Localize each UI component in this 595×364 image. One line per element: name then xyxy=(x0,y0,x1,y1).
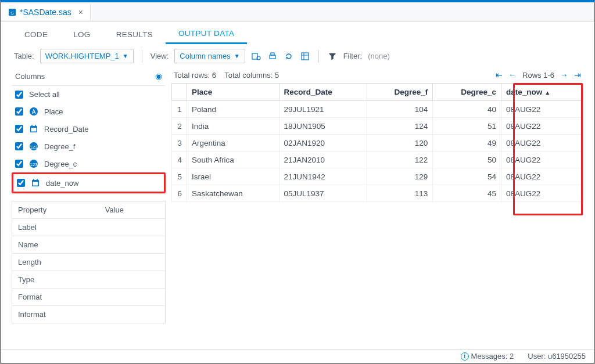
refresh-icon[interactable] xyxy=(284,51,294,62)
column-row-degree-f[interactable]: 123 Degree_f xyxy=(12,138,166,155)
select-all-row[interactable]: Select all xyxy=(12,86,166,103)
date-type-icon xyxy=(31,178,40,188)
cell-date-now: 08AUG22 xyxy=(501,101,583,118)
table-row[interactable]: 2India18JUN19051245108AUG22 xyxy=(172,118,583,135)
property-value xyxy=(99,236,166,254)
cell-degree-f: 129 xyxy=(367,168,433,185)
tab-output-data[interactable]: OUTPUT DATA xyxy=(166,23,247,44)
cell-record-date: 21JUN1942 xyxy=(279,168,367,185)
tab-results[interactable]: RESULTS xyxy=(103,24,166,44)
messages-label: Messages: 2 xyxy=(471,352,514,361)
svg-rect-21 xyxy=(33,179,34,181)
next-page-icon[interactable]: → xyxy=(560,70,568,80)
column-row-place[interactable]: A Place xyxy=(12,103,166,120)
select-all-checkbox[interactable] xyxy=(15,91,23,99)
table-row[interactable]: 4South Africa21JAN20101225008AUG22 xyxy=(172,152,583,168)
content-area: Columns ◉ Select all A Place Record_Date… xyxy=(1,69,594,323)
property-name: Informat xyxy=(12,306,99,323)
cell-degree-c: 50 xyxy=(433,152,501,168)
pager: ⇤ ← Rows 1-6 → ⇥ xyxy=(496,70,581,80)
property-value xyxy=(99,254,166,271)
row-number: 1 xyxy=(172,101,187,118)
prev-page-icon[interactable]: ← xyxy=(508,70,517,80)
export-icon[interactable] xyxy=(300,51,310,62)
select-all-label: Select all xyxy=(29,90,60,99)
rows-range: Rows 1-6 xyxy=(522,71,554,80)
column-row-record-date[interactable]: Record_Date xyxy=(12,120,166,138)
column-label: Degree_c xyxy=(44,160,77,168)
cell-record-date: 18JUN1905 xyxy=(279,118,367,135)
property-name: Type xyxy=(12,271,99,289)
columns-list: Select all A Place Record_Date 123 Degre… xyxy=(12,86,166,194)
table-row[interactable]: 5Israel21JUN19421295408AUG22 xyxy=(172,168,583,185)
messages-indicator[interactable]: i Messages: 2 xyxy=(461,352,514,361)
rownum-header xyxy=(172,84,187,101)
columns-header-label: Columns xyxy=(15,72,45,81)
sas-file-icon: S xyxy=(8,8,16,16)
column-checkbox[interactable] xyxy=(15,107,23,116)
header-place[interactable]: Place xyxy=(187,84,279,101)
column-checkbox[interactable] xyxy=(15,125,23,133)
svg-rect-14 xyxy=(35,125,36,127)
column-row-degree-c[interactable]: 123 Degree_c xyxy=(12,155,166,172)
cell-date-now: 08AUG22 xyxy=(501,118,583,135)
print-icon[interactable] xyxy=(267,51,278,62)
tab-code[interactable]: CODE xyxy=(12,24,60,44)
close-icon[interactable]: × xyxy=(75,8,83,17)
numeric-type-icon: 123 xyxy=(29,159,38,168)
cell-degree-f: 120 xyxy=(367,135,433,152)
user-label: User: u61950255 xyxy=(528,352,586,361)
numeric-type-icon: 123 xyxy=(29,142,38,151)
collapse-icon[interactable]: ◉ xyxy=(155,71,162,81)
column-row-date-now[interactable]: date_now xyxy=(12,172,166,193)
header-record-date[interactable]: Record_Date xyxy=(279,84,367,101)
view-label: View: xyxy=(150,52,169,60)
cell-date-now: 08AUG22 xyxy=(501,185,583,202)
cell-date-now: 08AUG22 xyxy=(501,168,583,185)
header-date-now[interactable]: date_now▲ xyxy=(501,84,583,101)
columns-panel: Columns ◉ Select all A Place Record_Date… xyxy=(12,69,166,323)
columns-header: Columns ◉ xyxy=(12,69,166,86)
last-page-icon[interactable]: ⇥ xyxy=(574,70,581,80)
info-icon: i xyxy=(461,352,469,361)
table-select[interactable]: WORK.HIGHTEMP_1 ▼ xyxy=(40,49,134,63)
first-page-icon[interactable]: ⇤ xyxy=(496,70,503,80)
property-row: Type xyxy=(12,271,166,289)
cell-date-now: 08AUG22 xyxy=(501,152,583,168)
file-tab[interactable]: S *SASDate.sas × xyxy=(1,4,91,20)
column-checkbox[interactable] xyxy=(15,142,23,150)
svg-text:S: S xyxy=(10,10,13,15)
status-bar: i Messages: 2 User: u61950255 xyxy=(1,349,594,363)
cell-date-now: 08AUG22 xyxy=(501,135,583,152)
property-name: Format xyxy=(12,289,99,306)
svg-rect-5 xyxy=(271,53,274,55)
filter-icon[interactable] xyxy=(327,51,338,62)
cell-degree-f: 124 xyxy=(367,118,433,135)
column-checkbox[interactable] xyxy=(15,160,23,168)
header-degree-c[interactable]: Degree_c xyxy=(433,84,501,101)
svg-rect-13 xyxy=(31,125,33,127)
svg-rect-22 xyxy=(37,179,38,181)
table-properties-icon[interactable] xyxy=(251,51,261,62)
cell-place: Saskatchewan xyxy=(187,185,279,202)
column-checkbox[interactable] xyxy=(17,179,25,187)
table-row[interactable]: 3Argentina02JAN19201204908AUG22 xyxy=(172,135,583,152)
cell-place: South Africa xyxy=(187,152,279,168)
row-number: 3 xyxy=(172,135,187,152)
header-degree-f[interactable]: Degree_f xyxy=(367,84,433,101)
data-header: Total rows: 6 Total columns: 5 ⇤ ← Rows … xyxy=(171,69,583,83)
table-row[interactable]: 1Poland29JUL19211044008AUG22 xyxy=(172,101,583,118)
row-number: 6 xyxy=(172,185,187,202)
view-select[interactable]: Column names ▼ xyxy=(174,49,245,63)
svg-text:123: 123 xyxy=(30,145,38,150)
cell-degree-f: 122 xyxy=(367,152,433,168)
cell-degree-c: 49 xyxy=(433,135,501,152)
cell-degree-c: 40 xyxy=(433,101,501,118)
property-value xyxy=(99,289,166,306)
svg-rect-6 xyxy=(302,53,309,60)
table-label: Table: xyxy=(14,52,34,60)
cell-degree-c: 54 xyxy=(433,168,501,185)
tab-log[interactable]: LOG xyxy=(60,24,103,44)
cell-degree-c: 51 xyxy=(433,118,501,135)
table-row[interactable]: 6Saskatchewan05JUL19371134508AUG22 xyxy=(172,185,583,202)
